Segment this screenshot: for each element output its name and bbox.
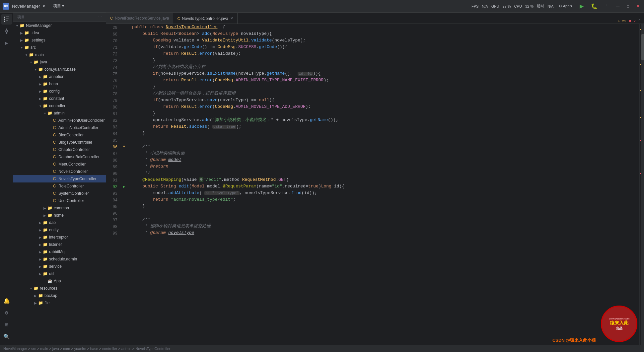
line-num-99: 99 [106,230,121,237]
tree-arrow: ▶ [19,38,24,42]
tree-file-folder[interactable]: ▶ 📁 file [13,299,106,307]
warning-badge: ⚠ 22 [618,19,626,23]
debug-button[interactable]: 🐛 [589,2,600,10]
folder-icon: 📁 [47,206,52,210]
tree-interceptor[interactable]: ▶ 📁 interceptor [13,234,106,241]
line-num-68: 68 [106,31,121,38]
code-line-72: return Result.error(validate); [131,50,639,57]
line-num-76: 76 [106,78,121,84]
app-run-button[interactable]: ⚙ App ▾ [557,3,574,9]
line-num-83: 83 [106,124,121,131]
java-file-icon: C [52,125,57,130]
code-line-95: } [131,203,639,210]
tree-admin[interactable]: ▾ 📁 admin [13,109,106,117]
tree-arrow: ▶ [38,265,42,268]
tree-root[interactable]: ▾ 📁 NovelManager [13,22,106,29]
tree-file-menu[interactable]: ▶ C MenuController [13,161,106,168]
tree-service[interactable]: ▶ 📁 service [13,263,106,270]
tree-label: com.yuanlrc.base [44,67,76,72]
tree-common[interactable]: ▶ 📁 common [13,204,106,212]
tree-file-adminfrontuser[interactable]: ▶ C AdminFrontUserController [13,117,106,124]
tree-src[interactable]: ▾ 📁 src [13,44,106,51]
sidebar-controls[interactable]: ⋯ [98,15,102,19]
gutter-run[interactable]: ▶ [121,183,127,190]
tree-file-system[interactable]: ▶ C SystemController [13,190,106,197]
tree-config[interactable]: ▶ 📁 config [13,88,106,95]
tree-file-novels[interactable]: ▶ C NovelsController [13,168,106,175]
expand-icon[interactable]: ⌃ [638,19,641,24]
tree-label: .idea [31,31,39,35]
watermark-product: 出品 [616,326,622,331]
maximize-button[interactable]: □ [625,4,631,9]
tree-idea[interactable]: ▶ 📁 .idea [13,29,106,36]
tree-resources[interactable]: ▾ 📁 resources [13,285,106,292]
tree-bean[interactable]: ▶ 📁 bean [13,80,106,88]
folder-icon: 📁 [42,242,48,247]
tree-file-adminnotice[interactable]: ▶ C AdminNoticeController [13,124,106,131]
tab-novelreadrecord[interactable]: C NovelReadRecordService.java [106,13,173,24]
folder-icon: 📁 [24,38,29,42]
minimize-button[interactable]: — [614,4,621,9]
tree-rabbitmq[interactable]: ▶ 📁 rabbitMq [13,248,106,255]
tree-home[interactable]: ▶ 📁 home [13,212,106,219]
tab-close-button[interactable]: ✕ [230,16,233,21]
tree-file-role[interactable]: ▶ C RoleController [13,182,106,190]
folder-icon: 📁 [42,264,48,269]
project-menu[interactable]: 项目 ▾ [51,3,66,10]
tree-java[interactable]: ▾ 📁 java [13,58,106,66]
svg-rect-5 [6,21,8,21]
tree-backup[interactable]: ▶ 📁 backup [13,292,106,299]
code-line-73: } [131,57,639,64]
tree-base[interactable]: ▾ 📁 com.yuanlrc.base [13,66,106,73]
watermark-brand: 猿来入此 [610,320,628,326]
code-line-88: * @param model [131,157,639,163]
tree-schedule[interactable]: ▶ 📁 schedule.admin [13,255,106,263]
tab-novelstype[interactable]: C NovelsTypeController.java ✕ [173,13,237,24]
top-bar: NM NovelManager ▾ 项目 ▾ FPS N/A GPU 27 % … [0,0,644,13]
java-file-icon: C [52,155,57,159]
svg-point-6 [6,30,8,32]
gutter-bookmark[interactable]: ≡ [121,143,127,150]
tree-file-blog[interactable]: ▶ C BlogController [13,131,106,139]
folder-icon: 📁 [33,60,38,64]
tree-main[interactable]: ▾ 📁 main [13,51,106,58]
folder-icon: 📁 [42,249,48,254]
terminal-icon[interactable]: ⊞ [1,319,12,330]
close-button[interactable]: ✕ [634,3,641,9]
line-num-87: 87 [106,151,121,157]
tree-dao[interactable]: ▶ 📁 dao [13,219,106,226]
tree-file-chapter[interactable]: ▶ C ChapterController [13,146,106,153]
line-num-78: 78 [106,91,121,98]
line-num-72: 72 [106,51,121,58]
error-badge: ✖ 2 [629,19,636,23]
tree-file-dbbak[interactable]: ▶ C DatabaseBakController [13,153,106,161]
tree-file-blogtype[interactable]: ▶ C BlogTypeController [13,139,106,146]
tree-listener[interactable]: ▶ 📁 listener [13,241,106,248]
folder-icon: 📁 [42,96,48,101]
tree-label: entity [49,228,59,232]
tree-settings[interactable]: ▶ 📁 .settings [13,36,106,44]
notification-icon[interactable]: 🔔 [1,296,12,306]
more-button[interactable]: ⋮ [603,3,610,9]
tree-file-app[interactable]: ▶ ☕ App [13,277,106,285]
fps-value: N/A [482,4,488,8]
app-dropdown[interactable]: ▾ [43,4,45,9]
settings-gear-icon[interactable]: ⚙ [1,308,12,318]
project-tree-icon[interactable] [1,14,12,25]
run-button[interactable]: ▶ [578,2,586,10]
activity-bottom: 🔔 ⚙ ⊞ 🔍 [1,296,12,345]
commit-icon[interactable] [1,26,12,36]
code-content[interactable]: public class NovelsTypeController { publ… [127,24,639,345]
tree-annotion[interactable]: ▶ 📁 annotion [13,73,106,80]
run-debug-icon[interactable]: ▶ [1,38,12,48]
code-line-99: * @param novelsType [131,230,639,236]
tree-entity[interactable]: ▶ 📁 entity [13,226,106,234]
tree-constant[interactable]: ▶ 📁 constant [13,95,106,102]
tree-file-user[interactable]: ▶ C UserController [13,197,106,204]
tree-controller[interactable]: ▾ 📁 controller [13,102,106,109]
gpu-value: 27 % [503,4,511,8]
tree-label: NovelsTypeController [58,176,97,181]
search-activity-icon[interactable]: 🔍 [1,331,12,342]
tree-file-novelstype[interactable]: ▶ C NovelsTypeController [13,175,106,182]
tree-util[interactable]: ▶ 📁 util [13,270,106,277]
